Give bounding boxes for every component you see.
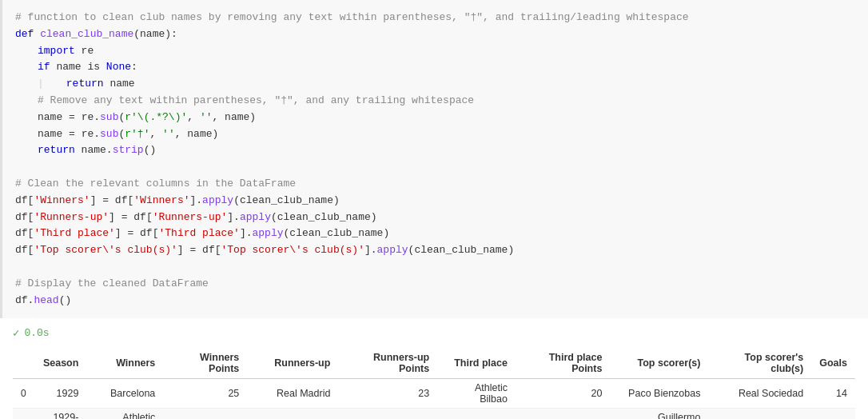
table-cell: 1929-30 <box>34 409 87 419</box>
row-index: 1 <box>13 409 34 419</box>
table-cell: Arenas <box>437 409 516 419</box>
col-header-goals: Goals <box>811 348 855 379</box>
execution-status: ✓ 0.0s <box>13 323 855 343</box>
code-line-def: def clean_club_name(name): <box>15 26 855 43</box>
table-row: 01929Barcelona25Real Madrid23Athletic Bi… <box>13 379 855 409</box>
table-cell: Athletic Bilbao <box>437 379 516 409</box>
col-header-top-scorer-club: Top scorer's club(s) <box>708 348 811 379</box>
table-cell: 19 <box>811 409 855 419</box>
code-line-comment2: # Remove any text within parentheses, "†… <box>15 93 855 110</box>
code-line-comment4: # Display the cleaned DataFrame <box>15 276 855 293</box>
code-line-winners: df['Winners'] = df['Winners'].apply(clea… <box>15 193 855 210</box>
col-header-top-scorer: Top scorer(s) <box>610 348 708 379</box>
table-cell: Guillermo Gorostiza <box>610 409 708 419</box>
code-line-comment1: # function to clean club names by removi… <box>15 10 855 26</box>
table-cell: Barcelona <box>247 409 338 419</box>
table-cell: Athletic Bilbao <box>86 409 163 419</box>
table-header-row: Season Winners Winners Points Runners-up… <box>13 348 855 379</box>
row-index: 0 <box>13 379 34 409</box>
code-line-if: if name is None: <box>15 59 855 76</box>
col-header-runners-up: Runners-up <box>247 348 338 379</box>
col-header-winners-pts: Winners Points <box>163 348 247 379</box>
table-cell: Paco Bienzobas <box>610 379 708 409</box>
code-line-return-none: |return name <box>15 76 855 93</box>
table-row: 11929-30Athletic Bilbao30Barcelona23Aren… <box>13 409 855 419</box>
code-line-runners: df['Runners-up'] = df['Runners-up'].appl… <box>15 210 855 226</box>
table-cell: 23 <box>338 409 437 419</box>
execution-time: 0.0s <box>24 327 49 339</box>
code-line-sub2: name = re.sub(r'†', '', name) <box>15 126 855 143</box>
code-blank2 <box>15 259 855 276</box>
col-header-third: Third place <box>437 348 516 379</box>
code-line-return-strip: return name.strip() <box>15 142 855 159</box>
table-cell: 20 <box>516 409 610 419</box>
col-header-third-pts: Third place Points <box>516 348 610 379</box>
tick-icon: ✓ <box>13 326 19 340</box>
code-blank1 <box>15 159 855 176</box>
table-cell: Barcelona <box>86 379 163 409</box>
col-header-index <box>13 348 34 379</box>
table-cell: 14 <box>811 379 855 409</box>
notebook-cell: # function to clean club names by removi… <box>0 0 868 419</box>
table-cell: 23 <box>338 379 437 409</box>
data-table: Season Winners Winners Points Runners-up… <box>13 348 855 419</box>
col-header-winners: Winners <box>86 348 163 379</box>
table-cell: 30 <box>163 409 247 419</box>
code-line-sub1: name = re.sub(r'\(.*?\)', '', name) <box>15 110 855 126</box>
table-cell: Real Sociedad <box>708 379 811 409</box>
code-line-top: df['Top scorer\'s club(s)'] = df['Top sc… <box>15 242 855 259</box>
col-header-season: Season <box>34 348 87 379</box>
code-line-head: df.head() <box>15 293 855 309</box>
code-line-third: df['Third place'] = df['Third place'].ap… <box>15 225 855 242</box>
code-line-import: import re <box>15 43 855 60</box>
table-body: 01929Barcelona25Real Madrid23Athletic Bi… <box>13 379 855 419</box>
table-cell: Real Madrid <box>247 379 338 409</box>
table-cell: Athletic Bilbao <box>708 409 811 419</box>
table-cell: 25 <box>163 379 247 409</box>
col-header-runners-up-pts: Runners-up Points <box>338 348 437 379</box>
code-line-comment3: # Clean the relevant columns in the Data… <box>15 176 855 193</box>
dataframe-output: Season Winners Winners Points Runners-up… <box>13 348 855 419</box>
output-area: ✓ 0.0s Season Winners Winners Points Run… <box>0 318 868 419</box>
table-cell: 1929 <box>34 379 87 409</box>
code-block: # function to clean club names by removi… <box>0 0 868 318</box>
table-cell: 20 <box>516 379 610 409</box>
